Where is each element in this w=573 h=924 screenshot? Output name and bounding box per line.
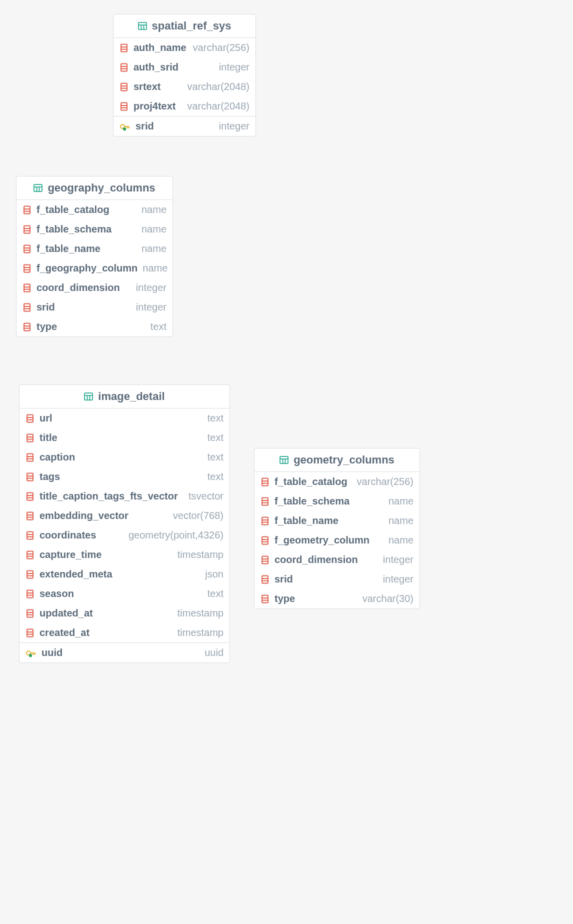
column-row[interactable]: typevarchar(30) (254, 589, 420, 608)
table-name: geometry_columns (294, 454, 394, 466)
column-type: integer (136, 302, 166, 313)
column-row[interactable]: auth_namevarchar(256) (114, 38, 256, 58)
column-type: text (208, 471, 224, 482)
table-card-image_detail[interactable]: image_detail urltext titletext captionte… (19, 384, 230, 663)
column-row[interactable]: titletext (20, 428, 230, 448)
column-icon (26, 570, 34, 579)
svg-rect-91 (280, 456, 288, 464)
table-header[interactable]: spatial_ref_sys (114, 14, 256, 38)
column-name: coord_dimension (274, 554, 358, 566)
svg-rect-56 (27, 454, 33, 461)
column-row[interactable]: f_table_catalogvarchar(256) (254, 472, 420, 492)
column-type: name (142, 243, 166, 254)
primary-key-icon (120, 122, 130, 131)
column-icon (26, 512, 34, 520)
column-row[interactable]: f_table_schemaname (16, 220, 172, 239)
column-row[interactable]: title_caption_tags_fts_vectortsvector (20, 486, 230, 506)
column-type: name (142, 224, 166, 235)
svg-rect-107 (262, 556, 268, 564)
table-header[interactable]: geometry_columns (254, 448, 420, 472)
column-name: capture_time (40, 549, 102, 560)
column-row[interactable]: f_geography_columnname (16, 258, 172, 278)
column-icon (120, 82, 128, 92)
svg-rect-34 (24, 264, 30, 272)
column-row[interactable]: coord_dimensioninteger (254, 550, 420, 570)
column-type: vector(768) (173, 510, 224, 522)
column-icon (26, 628, 34, 638)
column-row[interactable]: f_table_namename (16, 239, 172, 258)
table-header[interactable]: image_detail (20, 385, 230, 408)
column-row[interactable]: created_attimestamp (20, 623, 230, 642)
table-card-spatial_ref_sys[interactable]: spatial_ref_sys auth_namevarchar(256) au… (113, 14, 256, 136)
column-row[interactable]: f_table_schemaname (254, 492, 420, 511)
column-row[interactable]: capture_timetimestamp (20, 545, 230, 564)
column-row[interactable]: auth_sridinteger (114, 58, 256, 77)
column-icon (22, 206, 32, 214)
table-icon (84, 392, 93, 401)
svg-rect-98 (262, 498, 268, 505)
svg-rect-7 (121, 64, 127, 71)
column-icon (26, 472, 34, 482)
column-icon (26, 550, 34, 560)
column-name: f_table_catalog (274, 476, 348, 488)
column-row[interactable]: tagstext (20, 467, 230, 486)
table-card-geometry_columns[interactable]: geometry_columns f_table_catalogvarchar(… (254, 448, 420, 609)
column-row[interactable]: f_table_namename (254, 511, 420, 530)
svg-rect-13 (121, 102, 127, 110)
table-name: image_detail (98, 390, 164, 403)
column-row[interactable]: embedding_vectorvector(768) (20, 506, 230, 526)
column-name: proj4text (134, 100, 176, 112)
column-icon (26, 453, 34, 462)
column-row[interactable]: typetext (16, 317, 172, 336)
svg-rect-10 (121, 83, 127, 90)
column-row[interactable]: urltext (20, 408, 230, 428)
column-row[interactable]: coordinatesgeometry(point,4326) (20, 526, 230, 545)
column-type: text (208, 452, 224, 463)
column-type: json (205, 568, 224, 580)
column-icon (22, 303, 32, 312)
table-card-geography_columns[interactable]: geography_columns f_table_catalogname f_… (16, 176, 173, 337)
column-icon (22, 244, 32, 254)
pk-column-row[interactable]: sridinteger (114, 116, 256, 136)
column-name: f_table_name (36, 243, 100, 254)
column-type: integer (219, 120, 250, 132)
column-row[interactable]: sridinteger (254, 570, 420, 589)
svg-rect-101 (262, 517, 268, 524)
svg-rect-104 (262, 536, 268, 544)
column-row[interactable]: coord_dimensioninteger (16, 278, 172, 298)
pk-column-row[interactable]: uuiduuid (20, 642, 230, 662)
svg-rect-43 (24, 323, 30, 330)
column-row[interactable]: f_geometry_columnname (254, 530, 420, 550)
column-row[interactable]: captiontext (20, 448, 230, 467)
column-name: f_table_catalog (36, 204, 110, 216)
column-icon (26, 492, 34, 501)
table-name: geography_columns (48, 182, 155, 194)
column-row[interactable]: seasontext (20, 584, 230, 604)
column-row[interactable]: sridinteger (16, 298, 172, 317)
svg-rect-95 (262, 478, 268, 486)
svg-rect-59 (27, 473, 33, 480)
column-name: title (40, 432, 58, 444)
column-name: srid (136, 120, 154, 132)
svg-rect-53 (27, 434, 33, 442)
column-type: integer (219, 62, 250, 73)
column-icon (22, 264, 32, 273)
column-name: tags (40, 471, 60, 482)
column-type: name (142, 262, 168, 274)
column-icon (260, 556, 270, 564)
column-icon (260, 516, 270, 526)
column-row[interactable]: extended_metajson (20, 564, 230, 584)
column-icon (260, 575, 270, 584)
column-row[interactable]: updated_attimestamp (20, 604, 230, 623)
column-name: srtext (134, 81, 160, 92)
column-row[interactable]: srtextvarchar(2048) (114, 77, 256, 96)
table-header[interactable]: geography_columns (16, 176, 172, 200)
column-row[interactable]: proj4textvarchar(2048) (114, 96, 256, 116)
column-row[interactable]: f_table_catalogname (16, 200, 172, 220)
svg-rect-21 (34, 184, 42, 192)
column-icon (260, 497, 270, 506)
table-name: spatial_ref_sys (152, 20, 232, 32)
column-name: f_table_schema (274, 496, 350, 507)
column-name: season (40, 588, 74, 600)
column-icon (26, 434, 34, 442)
